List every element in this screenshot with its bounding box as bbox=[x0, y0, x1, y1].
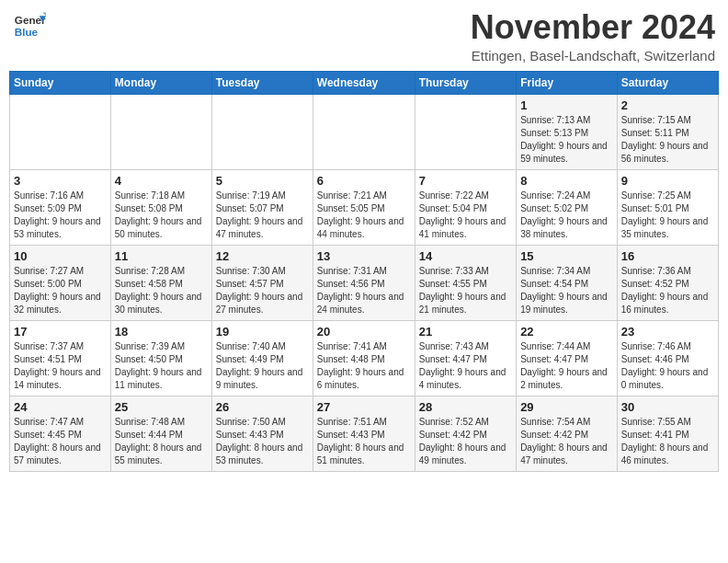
day-number: 13 bbox=[317, 249, 411, 263]
calendar-cell: 6Sunrise: 7:21 AM Sunset: 5:05 PM Daylig… bbox=[313, 169, 415, 245]
day-info: Sunrise: 7:25 AM Sunset: 5:01 PM Dayligh… bbox=[621, 190, 714, 241]
day-number: 17 bbox=[14, 325, 107, 339]
day-number: 11 bbox=[115, 249, 208, 263]
day-number: 8 bbox=[520, 174, 613, 188]
day-number: 4 bbox=[115, 174, 208, 188]
day-number: 15 bbox=[520, 249, 613, 263]
calendar-cell bbox=[10, 94, 111, 169]
weekday-header-saturday: Saturday bbox=[617, 71, 718, 94]
day-number: 23 bbox=[621, 325, 714, 339]
svg-text:Blue: Blue bbox=[15, 26, 39, 38]
calendar-cell: 1Sunrise: 7:13 AM Sunset: 5:13 PM Daylig… bbox=[517, 94, 618, 169]
week-row-5: 24Sunrise: 7:47 AM Sunset: 4:45 PM Dayli… bbox=[10, 396, 719, 471]
day-info: Sunrise: 7:27 AM Sunset: 5:00 PM Dayligh… bbox=[14, 265, 107, 316]
weekday-header-row: SundayMondayTuesdayWednesdayThursdayFrid… bbox=[10, 71, 719, 94]
weekday-header-tuesday: Tuesday bbox=[211, 71, 313, 94]
day-info: Sunrise: 7:52 AM Sunset: 4:42 PM Dayligh… bbox=[419, 416, 512, 467]
calendar-cell: 10Sunrise: 7:27 AM Sunset: 5:00 PM Dayli… bbox=[10, 245, 111, 320]
day-number: 20 bbox=[317, 325, 411, 339]
day-number: 27 bbox=[317, 400, 411, 414]
calendar-cell: 25Sunrise: 7:48 AM Sunset: 4:44 PM Dayli… bbox=[110, 396, 211, 471]
day-info: Sunrise: 7:46 AM Sunset: 4:46 PM Dayligh… bbox=[621, 340, 714, 392]
day-info: Sunrise: 7:41 AM Sunset: 4:48 PM Dayligh… bbox=[317, 340, 411, 392]
weekday-header-sunday: Sunday bbox=[10, 71, 111, 94]
svg-text:General: General bbox=[15, 14, 46, 26]
day-number: 19 bbox=[216, 325, 309, 339]
weekday-header-monday: Monday bbox=[110, 71, 211, 94]
day-number: 24 bbox=[14, 400, 107, 414]
calendar-cell: 24Sunrise: 7:47 AM Sunset: 4:45 PM Dayli… bbox=[10, 396, 111, 471]
week-row-3: 10Sunrise: 7:27 AM Sunset: 5:00 PM Dayli… bbox=[10, 245, 719, 320]
day-number: 12 bbox=[216, 249, 309, 263]
day-number: 1 bbox=[520, 98, 613, 112]
calendar-cell: 2Sunrise: 7:15 AM Sunset: 5:11 PM Daylig… bbox=[617, 94, 718, 169]
calendar-cell: 9Sunrise: 7:25 AM Sunset: 5:01 PM Daylig… bbox=[617, 169, 718, 245]
day-number: 7 bbox=[419, 174, 512, 188]
calendar-cell: 11Sunrise: 7:28 AM Sunset: 4:58 PM Dayli… bbox=[110, 245, 211, 320]
day-info: Sunrise: 7:13 AM Sunset: 5:13 PM Dayligh… bbox=[520, 114, 613, 166]
day-info: Sunrise: 7:16 AM Sunset: 5:09 PM Dayligh… bbox=[14, 190, 107, 241]
day-number: 6 bbox=[317, 174, 411, 188]
calendar-cell: 27Sunrise: 7:51 AM Sunset: 4:43 PM Dayli… bbox=[313, 396, 415, 471]
calendar-cell bbox=[313, 94, 415, 169]
weekday-header-wednesday: Wednesday bbox=[313, 71, 415, 94]
day-number: 5 bbox=[216, 174, 309, 188]
month-title: November 2024 bbox=[471, 9, 715, 46]
calendar-cell bbox=[211, 94, 313, 169]
page-header: General Blue November 2024 Ettingen, Bas… bbox=[9, 9, 719, 63]
day-info: Sunrise: 7:36 AM Sunset: 4:52 PM Dayligh… bbox=[621, 265, 714, 316]
day-number: 14 bbox=[419, 249, 512, 263]
weekday-header-friday: Friday bbox=[517, 71, 618, 94]
day-number: 3 bbox=[14, 174, 107, 188]
day-info: Sunrise: 7:39 AM Sunset: 4:50 PM Dayligh… bbox=[115, 340, 208, 392]
calendar-cell: 28Sunrise: 7:52 AM Sunset: 4:42 PM Dayli… bbox=[415, 396, 516, 471]
calendar-cell: 26Sunrise: 7:50 AM Sunset: 4:43 PM Dayli… bbox=[211, 396, 313, 471]
day-info: Sunrise: 7:55 AM Sunset: 4:41 PM Dayligh… bbox=[621, 416, 714, 467]
day-info: Sunrise: 7:47 AM Sunset: 4:45 PM Dayligh… bbox=[14, 416, 107, 467]
calendar-cell: 14Sunrise: 7:33 AM Sunset: 4:55 PM Dayli… bbox=[415, 245, 516, 320]
calendar-cell: 3Sunrise: 7:16 AM Sunset: 5:09 PM Daylig… bbox=[10, 169, 111, 245]
day-info: Sunrise: 7:34 AM Sunset: 4:54 PM Dayligh… bbox=[520, 265, 613, 316]
week-row-4: 17Sunrise: 7:37 AM Sunset: 4:51 PM Dayli… bbox=[10, 320, 719, 396]
day-info: Sunrise: 7:43 AM Sunset: 4:47 PM Dayligh… bbox=[419, 340, 512, 392]
calendar-cell: 8Sunrise: 7:24 AM Sunset: 5:02 PM Daylig… bbox=[517, 169, 618, 245]
day-number: 18 bbox=[115, 325, 208, 339]
location-subtitle: Ettingen, Basel-Landschaft, Switzerland bbox=[471, 48, 715, 63]
day-info: Sunrise: 7:19 AM Sunset: 5:07 PM Dayligh… bbox=[216, 190, 309, 241]
calendar-cell: 22Sunrise: 7:44 AM Sunset: 4:47 PM Dayli… bbox=[517, 320, 618, 396]
day-info: Sunrise: 7:24 AM Sunset: 5:02 PM Dayligh… bbox=[520, 190, 613, 241]
day-info: Sunrise: 7:28 AM Sunset: 4:58 PM Dayligh… bbox=[115, 265, 208, 316]
day-number: 30 bbox=[621, 400, 714, 414]
calendar-cell: 19Sunrise: 7:40 AM Sunset: 4:49 PM Dayli… bbox=[211, 320, 313, 396]
day-number: 2 bbox=[621, 98, 714, 112]
weekday-header-thursday: Thursday bbox=[415, 71, 516, 94]
week-row-1: 1Sunrise: 7:13 AM Sunset: 5:13 PM Daylig… bbox=[10, 94, 719, 169]
day-number: 28 bbox=[419, 400, 512, 414]
day-info: Sunrise: 7:37 AM Sunset: 4:51 PM Dayligh… bbox=[14, 340, 107, 392]
calendar-cell: 20Sunrise: 7:41 AM Sunset: 4:48 PM Dayli… bbox=[313, 320, 415, 396]
calendar-cell: 13Sunrise: 7:31 AM Sunset: 4:56 PM Dayli… bbox=[313, 245, 415, 320]
calendar-cell: 23Sunrise: 7:46 AM Sunset: 4:46 PM Dayli… bbox=[617, 320, 718, 396]
day-info: Sunrise: 7:18 AM Sunset: 5:08 PM Dayligh… bbox=[115, 190, 208, 241]
week-row-2: 3Sunrise: 7:16 AM Sunset: 5:09 PM Daylig… bbox=[10, 169, 719, 245]
calendar-cell: 30Sunrise: 7:55 AM Sunset: 4:41 PM Dayli… bbox=[617, 396, 718, 471]
day-number: 22 bbox=[520, 325, 613, 339]
day-info: Sunrise: 7:50 AM Sunset: 4:43 PM Dayligh… bbox=[216, 416, 309, 467]
day-number: 29 bbox=[520, 400, 613, 414]
day-number: 9 bbox=[621, 174, 714, 188]
day-info: Sunrise: 7:21 AM Sunset: 5:05 PM Dayligh… bbox=[317, 190, 411, 241]
calendar-cell bbox=[110, 94, 211, 169]
day-info: Sunrise: 7:40 AM Sunset: 4:49 PM Dayligh… bbox=[216, 340, 309, 392]
calendar-table: SundayMondayTuesdayWednesdayThursdayFrid… bbox=[9, 71, 719, 472]
calendar-cell: 7Sunrise: 7:22 AM Sunset: 5:04 PM Daylig… bbox=[415, 169, 516, 245]
calendar-cell: 17Sunrise: 7:37 AM Sunset: 4:51 PM Dayli… bbox=[10, 320, 111, 396]
calendar-cell bbox=[415, 94, 516, 169]
day-number: 26 bbox=[216, 400, 309, 414]
calendar-cell: 5Sunrise: 7:19 AM Sunset: 5:07 PM Daylig… bbox=[211, 169, 313, 245]
day-number: 25 bbox=[115, 400, 208, 414]
calendar-cell: 29Sunrise: 7:54 AM Sunset: 4:42 PM Dayli… bbox=[517, 396, 618, 471]
day-info: Sunrise: 7:22 AM Sunset: 5:04 PM Dayligh… bbox=[419, 190, 512, 241]
day-info: Sunrise: 7:51 AM Sunset: 4:43 PM Dayligh… bbox=[317, 416, 411, 467]
logo-icon: General Blue bbox=[13, 9, 46, 42]
calendar-cell: 21Sunrise: 7:43 AM Sunset: 4:47 PM Dayli… bbox=[415, 320, 516, 396]
